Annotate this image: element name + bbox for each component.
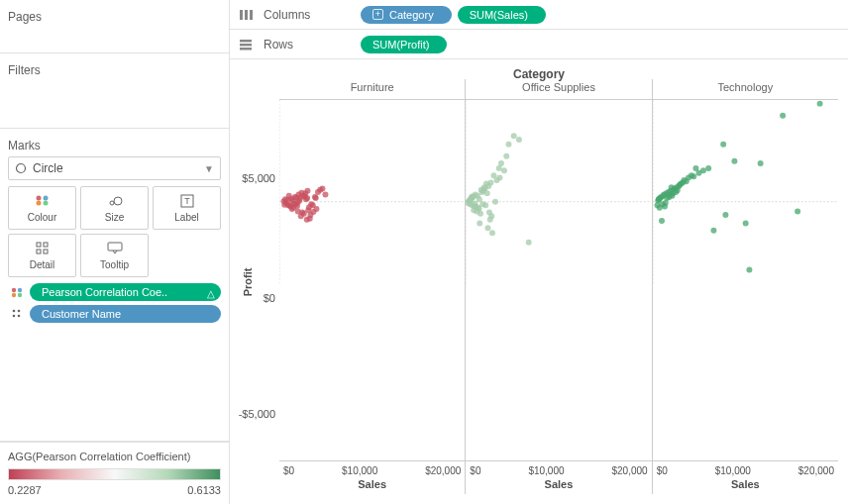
- data-point[interactable]: [511, 133, 517, 139]
- data-point[interactable]: [489, 230, 495, 236]
- data-point[interactable]: [322, 191, 328, 197]
- x-tick: $20,000: [798, 465, 834, 476]
- plot-area[interactable]: [279, 100, 465, 460]
- pages-shelf[interactable]: Pages: [0, 0, 229, 53]
- data-point[interactable]: [668, 184, 674, 190]
- tooltip-icon: [107, 242, 123, 257]
- data-point[interactable]: [674, 187, 680, 193]
- data-point[interactable]: [310, 209, 316, 215]
- detail-pill-customer[interactable]: Customer Name: [30, 305, 221, 323]
- data-point[interactable]: [473, 201, 478, 207]
- data-point[interactable]: [488, 179, 494, 185]
- viz-canvas[interactable]: Category Profit $5,000 $0 -$5,000 Furnit…: [230, 59, 848, 504]
- data-point[interactable]: [301, 211, 307, 217]
- data-point[interactable]: [780, 113, 786, 119]
- data-point[interactable]: [304, 217, 310, 223]
- size-icon: [107, 194, 123, 210]
- data-point[interactable]: [281, 202, 287, 208]
- data-point[interactable]: [477, 220, 483, 226]
- data-point[interactable]: [710, 228, 716, 234]
- data-point[interactable]: [470, 193, 476, 199]
- plot-area[interactable]: [466, 100, 651, 460]
- colour-pill-label: Pearson Correlation Coe..: [42, 286, 167, 298]
- filters-title: Filters: [8, 63, 221, 77]
- svg-point-4: [43, 200, 48, 205]
- data-point[interactable]: [690, 173, 696, 179]
- agg-indicator-icon: △: [207, 288, 215, 299]
- rows-pill-profit-label: SUM(Profit): [372, 39, 429, 50]
- data-point[interactable]: [498, 160, 504, 166]
- x-tick: $0: [657, 465, 668, 476]
- data-point[interactable]: [746, 267, 752, 273]
- data-point[interactable]: [308, 201, 314, 207]
- columns-pill-sales-label: SUM(Sales): [470, 9, 528, 21]
- filters-shelf[interactable]: Filters: [0, 53, 229, 129]
- data-point[interactable]: [656, 196, 662, 202]
- data-point[interactable]: [481, 184, 487, 190]
- data-point[interactable]: [662, 200, 668, 206]
- data-point[interactable]: [485, 225, 491, 231]
- tooltip-button[interactable]: Tooltip: [80, 234, 149, 277]
- data-point[interactable]: [486, 210, 492, 216]
- data-point[interactable]: [480, 201, 486, 207]
- columns-shelf[interactable]: Columns + Category SUM(Sales): [230, 0, 848, 30]
- data-point[interactable]: [487, 217, 493, 223]
- plus-icon: +: [372, 9, 383, 20]
- chevron-down-icon: ▼: [204, 163, 214, 174]
- rows-pill-profit[interactable]: SUM(Profit): [361, 36, 447, 53]
- data-point[interactable]: [680, 179, 686, 185]
- colour-button[interactable]: Colour: [8, 186, 76, 230]
- rows-shelf[interactable]: Rows SUM(Profit): [230, 30, 848, 59]
- svg-point-15: [18, 288, 22, 292]
- svg-text:T: T: [184, 196, 190, 206]
- y-tick: $5,000: [242, 172, 275, 184]
- svg-point-20: [13, 315, 16, 318]
- svg-rect-26: [240, 44, 252, 47]
- data-point[interactable]: [313, 195, 319, 201]
- data-point[interactable]: [497, 175, 503, 181]
- x-axis: $0$10,000$20,000Sales: [653, 460, 838, 494]
- colour-icon: [35, 194, 51, 210]
- data-point[interactable]: [506, 142, 512, 148]
- data-point[interactable]: [731, 158, 737, 164]
- data-point[interactable]: [757, 160, 763, 166]
- data-point[interactable]: [705, 165, 711, 171]
- data-point[interactable]: [295, 199, 301, 205]
- detail-icon: [36, 242, 50, 257]
- data-point[interactable]: [501, 167, 507, 173]
- data-point[interactable]: [477, 211, 483, 217]
- data-point[interactable]: [742, 220, 748, 226]
- plot-area[interactable]: [653, 100, 838, 460]
- columns-pill-sales[interactable]: SUM(Sales): [458, 6, 546, 24]
- data-point[interactable]: [286, 193, 292, 199]
- data-point[interactable]: [484, 190, 490, 196]
- data-point[interactable]: [304, 195, 310, 201]
- svg-rect-11: [37, 250, 41, 253]
- data-point[interactable]: [286, 202, 292, 208]
- data-point[interactable]: [516, 137, 522, 143]
- label-button[interactable]: T Label: [153, 186, 221, 230]
- svg-rect-23: [245, 10, 248, 20]
- data-point[interactable]: [667, 191, 673, 197]
- data-point[interactable]: [659, 218, 665, 224]
- x-axis: $0$10,000$20,000Sales: [279, 460, 465, 494]
- data-point[interactable]: [492, 199, 498, 205]
- data-point[interactable]: [319, 185, 325, 191]
- data-point[interactable]: [700, 167, 706, 173]
- data-point[interactable]: [504, 153, 510, 159]
- size-button[interactable]: Size: [80, 186, 149, 230]
- data-point[interactable]: [477, 196, 482, 202]
- data-point[interactable]: [720, 142, 726, 148]
- data-point[interactable]: [795, 208, 800, 214]
- y-axis-ticks: $5,000 $0 -$5,000: [238, 99, 279, 460]
- x-tick: $0: [470, 465, 480, 476]
- data-point[interactable]: [526, 240, 532, 246]
- data-point[interactable]: [722, 212, 728, 218]
- colour-pill-pearson[interactable]: Pearson Correlation Coe.. △: [30, 283, 221, 301]
- columns-pill-category[interactable]: + Category: [361, 6, 452, 24]
- mark-type-selector[interactable]: Circle ▼: [8, 156, 221, 180]
- detail-button[interactable]: Detail: [8, 234, 76, 277]
- legend-gradient[interactable]: [8, 468, 221, 480]
- data-point[interactable]: [298, 190, 304, 196]
- data-point[interactable]: [816, 101, 822, 107]
